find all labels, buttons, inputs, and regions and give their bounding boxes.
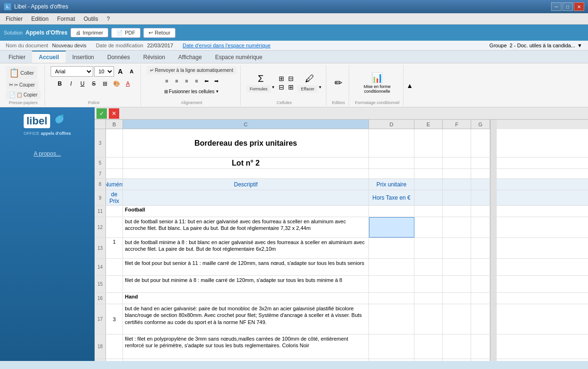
tab-affichage[interactable]: Affichage <box>172 51 209 63</box>
cell-7-b[interactable] <box>106 169 123 178</box>
col-header-g[interactable]: G <box>471 120 490 129</box>
formula-cancel-button[interactable]: ✕ <box>109 108 119 119</box>
cell-11-e[interactable] <box>414 206 443 217</box>
menu-fichier[interactable]: Fichier <box>2 15 26 23</box>
cell-3-b[interactable] <box>106 129 123 157</box>
font-color-button[interactable]: A <box>123 79 133 89</box>
col-header-b[interactable]: B <box>106 120 123 129</box>
cell-12-f[interactable] <box>443 217 471 237</box>
bold-button[interactable]: B <box>54 79 65 89</box>
menu-help[interactable]: ? <box>103 15 114 23</box>
cell-18-c[interactable]: filet : filet en polypropylène de 3mm sa… <box>123 334 369 359</box>
border-button[interactable]: ⊞ <box>100 79 110 89</box>
cell-19-b[interactable] <box>106 359 123 361</box>
tab-accueil[interactable]: Accueil <box>32 51 66 63</box>
col-header-f[interactable]: F <box>443 120 471 129</box>
cell-7-g[interactable] <box>471 169 490 178</box>
cell-3-d[interactable] <box>369 129 414 157</box>
cell-18-f[interactable] <box>443 334 471 359</box>
cell-16-f[interactable] <box>443 293 471 304</box>
cell-16-g[interactable] <box>471 293 490 304</box>
cell-16-d[interactable] <box>369 293 414 304</box>
cell-18-e[interactable] <box>414 334 443 359</box>
cell-19-e[interactable] <box>414 359 443 361</box>
cell-15-b[interactable] <box>106 276 123 292</box>
retour-button[interactable]: ↩ Retour <box>143 28 176 38</box>
cell-8-e[interactable] <box>414 179 443 190</box>
cell-8-f[interactable] <box>443 179 471 190</box>
formula-confirm-button[interactable]: ✓ <box>97 108 107 119</box>
cell-5-b[interactable] <box>106 158 123 168</box>
cell-13-c[interactable]: but de football minime à 8 : but blanc e… <box>123 238 369 258</box>
merge-cells-button[interactable]: ⊞ Fusionner les cellules ▼ <box>162 88 221 96</box>
cell-12-c[interactable]: but de football senior à 11: but en acie… <box>123 217 369 237</box>
cell-11-g[interactable] <box>471 206 490 217</box>
strikethrough-button[interactable]: S <box>88 79 99 89</box>
cell-14-b[interactable] <box>106 259 123 275</box>
cell-15-d[interactable] <box>369 276 414 292</box>
cell-17-f[interactable] <box>443 304 471 334</box>
cell-17-b[interactable]: 3 <box>106 304 123 334</box>
cell-19-c[interactable]: Volley <box>123 359 369 361</box>
effacer-dropdown[interactable]: ▼ <box>318 85 322 93</box>
cell-12-g[interactable] <box>471 217 490 237</box>
align-right-button[interactable]: ≡ <box>182 76 192 86</box>
formules-dropdown[interactable]: ▼ <box>271 85 275 93</box>
cell-15-e[interactable] <box>414 276 443 292</box>
cell-11-d[interactable] <box>369 206 414 217</box>
about-link[interactable]: A propos... <box>34 150 61 157</box>
couper-button[interactable]: ✂ ✂ Couper <box>6 80 38 89</box>
ribbon-expand-icon[interactable]: ▲ <box>406 82 413 89</box>
cell-9-g[interactable] <box>471 190 490 205</box>
effacer-button[interactable]: Effacer <box>298 85 317 93</box>
cell-13-e[interactable] <box>414 238 443 258</box>
groupe-dropdown[interactable]: 2 - Doc. utiles à la candida... ▼ <box>509 43 582 48</box>
menu-edition[interactable]: Edition <box>27 15 53 23</box>
cell-14-e[interactable] <box>414 259 443 275</box>
cell-5-d[interactable] <box>369 158 414 168</box>
cell-15-c[interactable]: filet de but pour but minime à 8 : maill… <box>123 276 369 292</box>
cell-9-b[interactable]: de Prix <box>106 190 123 205</box>
cell-7-c[interactable] <box>123 169 369 178</box>
underline-button[interactable]: U <box>77 79 88 89</box>
cell-16-b[interactable] <box>106 293 123 304</box>
grow-font-button[interactable]: A <box>115 66 125 77</box>
cell-12-d[interactable] <box>369 217 414 237</box>
cell-11-c[interactable]: Football <box>123 206 369 217</box>
cell-9-c[interactable] <box>123 190 369 205</box>
cell-8-d[interactable]: Prix unitaire <box>369 179 414 190</box>
align-center-button[interactable]: ≡ <box>172 76 182 86</box>
cell-14-g[interactable] <box>471 259 490 275</box>
cell-12-e[interactable] <box>414 217 443 237</box>
cell-15-g[interactable] <box>471 276 490 292</box>
align-justify-button[interactable]: ≡ <box>192 76 202 86</box>
cell-16-e[interactable] <box>414 293 443 304</box>
menu-format[interactable]: Format <box>53 15 79 23</box>
cell-5-e[interactable] <box>414 158 443 168</box>
cell-9-f[interactable] <box>443 190 471 205</box>
cell-19-g[interactable] <box>471 359 490 361</box>
wrap-text-button[interactable]: ↵ Renvoyer à la ligne automatiquement <box>147 66 237 74</box>
cell-7-d[interactable] <box>369 169 414 178</box>
cell-15-f[interactable] <box>443 276 471 292</box>
cell-7-f[interactable] <box>443 169 471 178</box>
cell-8-g[interactable] <box>471 179 490 190</box>
pdf-button[interactable]: 📄 PDF <box>111 28 140 38</box>
cell-3-g[interactable] <box>471 129 490 157</box>
cell-8-b[interactable]: Numéro <box>106 179 123 190</box>
cell-13-d[interactable] <box>369 238 414 258</box>
cell-5-f[interactable] <box>443 158 471 168</box>
coller-button[interactable]: 📋 Coller <box>6 66 37 79</box>
tab-espace-numerique[interactable]: Espace numérique <box>209 51 269 63</box>
minimize-button[interactable]: ─ <box>551 2 562 11</box>
date-envoi-link[interactable]: Date d'envoi dans l'espace numérique <box>183 43 271 48</box>
cell-13-g[interactable] <box>471 238 490 258</box>
cell-16-c[interactable]: Hand <box>123 293 369 304</box>
cell-7-e[interactable] <box>414 169 443 178</box>
close-button[interactable]: ✕ <box>574 2 584 11</box>
formules-button[interactable]: Formules <box>246 85 271 93</box>
tab-fichier[interactable]: Fichier <box>2 51 32 63</box>
cell-3-e[interactable] <box>414 129 443 157</box>
col-header-e[interactable]: E <box>414 120 443 129</box>
cell-9-e[interactable] <box>414 190 443 205</box>
